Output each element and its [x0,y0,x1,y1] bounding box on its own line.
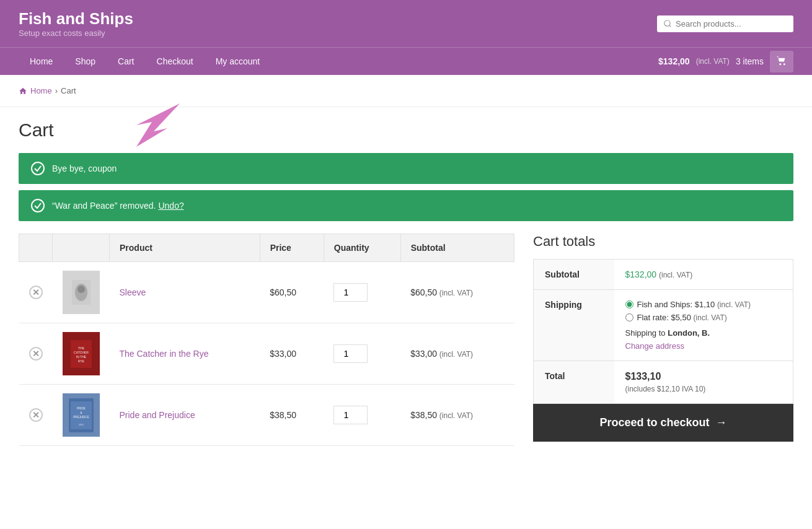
cart-totals-title: Cart totals [533,234,793,250]
checkmark2-icon [34,202,42,209]
subtotal-cell-sleeve: $60,50 (incl. VAT) [400,262,514,323]
shipping-options-cell: Fish and Ships: $1,10 (incl. VAT) Flat r… [614,290,793,361]
prejudice-product-link[interactable]: Pride and Prejudice [120,410,195,420]
cart-incl-vat: (incl. VAT) [696,57,730,66]
cart-icon [776,56,787,66]
sleeve-qty-input[interactable] [333,283,368,302]
shipping-row: Shipping Fish and Ships: $1,10 (incl. VA… [534,290,793,361]
cart-total: $132,00 [658,56,690,66]
search-box[interactable] [657,15,793,32]
total-row: Total $133,10 (includes $12,10 IVA 10) [534,361,793,404]
svg-text:CATCHER: CATCHER [74,351,89,354]
thumb-cell-prejudice: PRIDE & PREJUDICE JANE [53,385,110,446]
svg-text:THE: THE [78,346,85,350]
coupon-notice-text: Bye bye, coupon [52,164,117,173]
logo-subtitle: Setup exact costs easily [19,28,133,38]
svg-text:PRIDE: PRIDE [77,407,86,410]
remove-cell-catcher: ✕ [19,323,53,385]
shipping-fish-radio[interactable] [625,300,633,308]
checkmark-icon [34,165,42,172]
search-icon [663,19,672,28]
nav-right: $132,00 (incl. VAT) 3 items [658,51,793,72]
svg-text:IN THE: IN THE [76,355,86,359]
cart-table: Product Price Quantity Subtotal ✕ [19,234,514,446]
table-row: ✕ Sleeve [19,262,514,323]
thumb-cell-catcher: THE CATCHER IN THE RYE [53,323,110,385]
removed-notice-text: “War and Peace” removed. Undo? [52,201,184,211]
prejudice-qty-input[interactable] [333,406,368,424]
svg-point-2 [779,63,781,65]
table-row: ✕ PRIDE & PREJUDICE JANE [19,385,514,446]
svg-point-3 [783,63,785,65]
remove-sleeve-button[interactable]: ✕ [29,286,43,299]
col-price: Price [260,234,324,262]
svg-text:PREJUDICE: PREJUDICE [73,416,89,419]
undo-link[interactable]: Undo? [158,201,183,211]
logo: Fish and Ships Setup exact costs easily [19,9,133,38]
remove-cell-prejudice: ✕ [19,385,53,446]
removed-check-icon [31,199,45,212]
sleeve-thumbnail [63,271,100,314]
checkout-button-label: Proceed to checkout [599,416,709,429]
svg-point-7 [77,286,85,293]
svg-point-0 [664,20,670,26]
svg-text:&: & [80,411,82,414]
qty-cell-prejudice [324,385,400,446]
price-cell-prejudice: $38,50 [260,385,324,446]
shipping-label: Shipping [534,290,614,361]
col-remove [19,234,53,262]
prejudice-thumbnail: PRIDE & PREJUDICE JANE [63,393,100,437]
svg-text:RYE: RYE [77,359,84,363]
col-product: Product [110,234,260,262]
breadcrumb-home[interactable]: Home [30,86,52,95]
breadcrumb-separator: › [55,86,58,95]
home-icon [19,87,27,95]
remove-prejudice-button[interactable]: ✕ [29,408,43,422]
nav-item-home[interactable]: Home [19,48,64,75]
coupon-notice: Bye bye, coupon [19,153,793,184]
change-address-link[interactable]: Change address [625,341,782,351]
svg-marker-4 [136,103,180,147]
breadcrumb-current: Cart [61,86,76,95]
cart-icon-button[interactable] [770,51,793,72]
nav-item-myaccount[interactable]: My account [205,48,271,75]
catcher-thumbnail: THE CATCHER IN THE RYE [63,332,100,375]
sleeve-product-link[interactable]: Sleeve [120,287,146,297]
navigation: Home Shop Cart Checkout My account $132,… [0,47,812,75]
table-row: ✕ THE CATCHER IN THE RYE [19,323,514,385]
catcher-qty-input[interactable] [333,344,368,363]
subtotal-value: $132,00 (incl. VAT) [614,260,793,290]
logo-title: Fish and Ships [19,9,133,28]
checkout-arrow-icon: → [716,416,727,429]
product-cell-prejudice: Pride and Prejudice [110,385,260,446]
price-cell-sleeve: $60,50 [260,262,324,323]
subtotal-row: Subtotal $132,00 (incl. VAT) [534,260,793,290]
shipping-flat-radio[interactable] [625,313,633,321]
col-quantity: Quantity [324,234,400,262]
cart-table-wrap: Product Price Quantity Subtotal ✕ [19,234,514,446]
product-cell-sleeve: Sleeve [110,262,260,323]
shipping-option-flat: Flat rate: $5,50 (incl. VAT) [625,313,782,322]
pink-arrow-icon [118,97,186,153]
search-input[interactable] [676,19,787,28]
svg-line-1 [669,25,671,27]
total-value-cell: $133,10 (includes $12,10 IVA 10) [614,361,793,404]
qty-cell-catcher [324,323,400,385]
remove-catcher-button[interactable]: ✕ [29,347,43,361]
product-cell-catcher: The Catcher in the Rye [110,323,260,385]
header: Fish and Ships Setup exact costs easily [0,0,812,47]
catcher-product-link[interactable]: The Catcher in the Rye [120,349,209,359]
shipping-option-fish: Fish and Ships: $1,10 (incl. VAT) [625,300,782,309]
cart-item-count: 3 items [736,56,764,66]
checkout-button[interactable]: Proceed to checkout → [533,404,793,442]
nav-item-checkout[interactable]: Checkout [146,48,205,75]
main-content: Cart Bye bye, coupon “War and Peace” rem… [0,107,812,458]
catcher-img-svg: THE CATCHER IN THE RYE [69,337,94,371]
nav-item-shop[interactable]: Shop [64,48,107,75]
cart-layout: Product Price Quantity Subtotal ✕ [19,234,793,446]
nav-item-cart[interactable]: Cart [107,48,145,75]
nav-left: Home Shop Cart Checkout My account [19,48,271,75]
cart-totals: Cart totals Subtotal $132,00 (incl. VAT)… [533,234,793,446]
total-label: Total [534,361,614,404]
shipping-flat-label: Flat rate: $5,50 (incl. VAT) [637,313,727,322]
